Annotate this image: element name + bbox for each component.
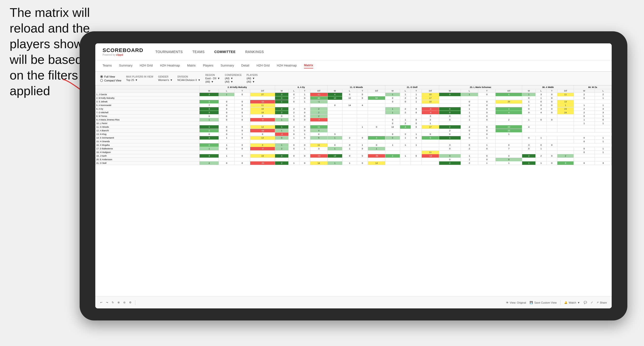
players-value[interactable]: (All) ▼ xyxy=(246,77,258,80)
col-header-dy: 6. A Dy xyxy=(275,86,328,89)
players-sub-value[interactable]: (All) ▼ xyxy=(246,80,258,83)
table-row: 20. E Andersson 0108 xyxy=(96,158,612,162)
matrix-content[interactable]: 2. M Kelly Mulcahy 6. A Dy 11. G Woods 2… xyxy=(95,85,612,296)
redo-button[interactable]: ↪ xyxy=(106,301,108,304)
mulcahy-dif: Dif xyxy=(250,89,275,93)
subnav-h2h-grid-2[interactable]: H2H Grid xyxy=(256,64,270,68)
gender-value[interactable]: Women's ▼ xyxy=(158,79,172,81)
zoom-in-icon: ⊕ xyxy=(118,301,120,304)
player-jimenez: 9. A Maria Jimenez Rios xyxy=(96,118,200,122)
mulcahy-w: W xyxy=(200,89,219,93)
view-original-button[interactable]: 👁 View: Original xyxy=(506,301,526,304)
table-row: 15. H Stranda 01 xyxy=(96,140,612,143)
table-row: 11. G Woods 10014 14011 10 144017 24020 … xyxy=(96,125,612,129)
compact-view-radio[interactable] xyxy=(100,79,103,82)
za-w: W xyxy=(574,89,595,93)
expand-button[interactable]: ⤢ xyxy=(591,301,593,304)
table-row: 7. O Mitchell 30018 2202 120-4 0104 0402… xyxy=(96,111,612,114)
schumac-dif: Dif xyxy=(496,89,522,93)
logo-powered: Powered by clippd xyxy=(102,53,143,56)
nav-committee[interactable]: COMMITTEE xyxy=(214,50,236,54)
subnav-summary-1[interactable]: Summary xyxy=(119,64,132,68)
share-label: Share xyxy=(600,301,607,304)
player-mulcahy: 2. M Kelly Mulcahy xyxy=(96,96,200,100)
gender-label: Gender xyxy=(158,75,172,78)
player-bianchi: 12. A Bianchi xyxy=(96,129,200,133)
conference-sub-value[interactable]: (All) ▼ xyxy=(225,80,242,83)
tablet-frame: SCOREBOARD Powered by clippd TOURNAMENTS… xyxy=(80,31,627,321)
watch-button[interactable]: 🔔 Watch ▼ xyxy=(564,301,580,304)
conference-label: Conference xyxy=(225,74,242,76)
zoom-in-button[interactable]: ⊕ xyxy=(118,301,120,304)
table-row: 2. M Kelly Mulcahy 07040 1010050 02017 0… xyxy=(96,96,612,100)
share-button[interactable]: ↗ Share xyxy=(596,301,607,304)
table-row: 14. S Srichantamit 31014 0105 1204 0105 … xyxy=(96,136,612,140)
table-row: 12. A Bianchi 200-58 1104 20025 xyxy=(96,129,612,133)
player-mcgaha: 16. X Mcgaha xyxy=(96,143,200,147)
full-view-option[interactable]: Full View xyxy=(100,75,121,78)
region-sub-value[interactable]: (All) ▼ xyxy=(205,80,220,83)
subnav-h2h-grid-1[interactable]: H2H Grid xyxy=(140,64,153,68)
comment-button[interactable]: 💬 xyxy=(584,301,587,304)
zoom-out-icon: ⊖ xyxy=(123,301,126,304)
subnav-detail[interactable]: Detail xyxy=(241,64,249,68)
conference-value[interactable]: (All) ▼ xyxy=(225,77,242,80)
mulcahy-l: L xyxy=(219,89,234,93)
dy-w: W xyxy=(275,89,288,93)
subnav-matrix-1[interactable]: Matrix xyxy=(187,64,196,68)
division-value[interactable]: NCAA Division II ▼ xyxy=(177,79,200,81)
player-stoll: 21. O Stoll xyxy=(96,162,200,165)
player-hodgson: 18. H Hodgson xyxy=(96,151,200,154)
refresh-button[interactable]: ↻ xyxy=(112,301,114,304)
table-row: 19. J Kanh 31019 400-20 1300-35 210-13 0… xyxy=(96,154,612,158)
subnav-players[interactable]: Players xyxy=(203,64,213,68)
dy-l: L xyxy=(288,89,299,93)
full-view-radio[interactable] xyxy=(100,75,103,78)
expand-icon: ⤢ xyxy=(591,301,593,304)
table-row: 16. X Mcgaha 2103 10011 0010 111 3 0103 … xyxy=(96,143,612,147)
stoll-t: T xyxy=(411,89,422,93)
stoll-dif: Dif xyxy=(422,89,439,93)
table-row: 5. A Nomrowski 70011 0144 00 1001 11 xyxy=(96,104,612,107)
mulcahy-t: T xyxy=(234,89,250,93)
col-header-schumac: 23. L Marie Schumac xyxy=(439,86,522,89)
division-label: Division xyxy=(177,75,200,78)
corner-cell xyxy=(96,86,200,89)
nav-tournaments[interactable]: TOURNAMENTS xyxy=(156,50,183,54)
region-label: Region xyxy=(205,74,220,76)
col-header-webb: 38. A Webb xyxy=(522,86,574,89)
dy-dif: Dif xyxy=(310,89,328,93)
table-row: 9. A Maria Jimenez Rios 100-9 100-7 0102… xyxy=(96,118,612,122)
zoom-out-button[interactable]: ⊖ xyxy=(123,301,126,304)
save-custom-button[interactable]: 💾 Save Custom View xyxy=(530,301,557,304)
undo-button[interactable]: ↩ xyxy=(100,301,102,304)
subnav-summary-2[interactable]: Summary xyxy=(220,64,234,68)
subnav-matrix-active[interactable]: Matrix xyxy=(304,63,313,68)
webb-l: L xyxy=(536,89,546,93)
top-nav-links: TOURNAMENTS TEAMS COMMITTEE RANKINGS xyxy=(156,50,264,54)
table-row: 13. N Klug 0010-2 0103 0210 0101 xyxy=(96,133,612,136)
toolbar-separator-2 xyxy=(560,300,560,305)
nav-teams[interactable]: TEAMS xyxy=(192,50,204,54)
subnav-h2h-heatmap-1[interactable]: H2H Heatmap xyxy=(160,64,180,68)
subnav-h2h-heatmap-2[interactable]: H2H Heatmap xyxy=(277,64,296,68)
settings-button[interactable]: ⚙ xyxy=(129,301,132,304)
gender-filter: Gender Women's ▼ xyxy=(158,75,172,81)
subnav-teams[interactable]: Teams xyxy=(102,64,112,68)
schumac-w: W xyxy=(439,89,460,93)
undo-icon: ↩ xyxy=(100,301,102,304)
table-row: 6. A Dy 30018 2202 120-4 0104 04024 23 xyxy=(96,107,612,111)
player-stranda: 15. H Stranda xyxy=(96,140,200,143)
stoll-w: W xyxy=(385,89,400,93)
save-icon: 💾 xyxy=(530,301,533,304)
top-nav: SCOREBOARD Powered by clippd TOURNAMENTS… xyxy=(95,43,612,60)
table-row: 10. L Perini 0201 11 xyxy=(96,122,612,125)
table-row: 1. J Garcia 31027 301-11 400 11110 0106 … xyxy=(96,93,612,96)
matrix-table: 2. M Kelly Mulcahy 6. A Dy 11. G Woods 2… xyxy=(95,85,612,165)
region-filter: Region East - DII ▼ (All) ▼ xyxy=(205,74,220,83)
compact-view-option[interactable]: Compact View xyxy=(100,79,121,82)
max-players-value[interactable]: Top 25 ▼ xyxy=(126,79,153,81)
nav-rankings[interactable]: RANKINGS xyxy=(246,50,264,54)
region-value[interactable]: East - DII ▼ xyxy=(205,77,220,80)
player-andersson: 20. E Andersson xyxy=(96,158,200,162)
